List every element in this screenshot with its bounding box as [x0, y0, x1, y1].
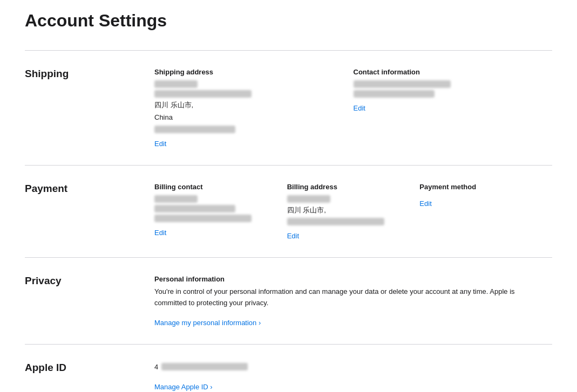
contact-phone-blurred: [354, 90, 435, 98]
shipping-name-blurred: [154, 80, 198, 88]
apple-id-email-row: 4: [154, 362, 552, 374]
shipping-section: Shipping Shipping address 四川 乐山市, China …: [25, 50, 552, 165]
contact-info-edit[interactable]: Edit: [354, 104, 365, 112]
shipping-country: China: [154, 112, 343, 123]
apple-id-content: 4 Manage Apple ID ›: [154, 362, 552, 391]
personal-info-header: Personal information: [154, 275, 552, 283]
billing-address-line-blurred: [287, 218, 384, 225]
shipping-postal-blurred: [154, 126, 235, 133]
manage-personal-info-link[interactable]: Manage my personal information ›: [154, 319, 261, 327]
payment-content: Billing contact Edit Billing address 四川 …: [154, 183, 552, 240]
payment-label: Payment: [25, 183, 154, 240]
shipping-city: 四川 乐山市,: [154, 100, 343, 111]
billing-contact-edit[interactable]: Edit: [154, 229, 166, 237]
privacy-content: Personal information You're in control o…: [154, 275, 552, 327]
billing-contact-header: Billing contact: [154, 183, 276, 191]
billing-contact-phone-blurred: [154, 205, 235, 212]
shipping-address-line2-blurred: [154, 90, 252, 98]
payment-method-header: Payment method: [419, 183, 541, 191]
contact-info-column: Contact information Edit: [354, 68, 553, 148]
payment-section: Payment Billing contact Edit Billing add…: [25, 165, 552, 258]
billing-address-name-blurred: [287, 195, 330, 203]
privacy-label: Privacy: [25, 275, 154, 327]
payment-method-edit[interactable]: Edit: [419, 200, 431, 208]
billing-contact-column: Billing contact Edit: [154, 183, 287, 240]
shipping-address-column: Shipping address 四川 乐山市, China Edit: [154, 68, 354, 148]
manage-apple-id-link[interactable]: Manage Apple ID ›: [154, 383, 213, 391]
billing-contact-email-blurred: [154, 215, 252, 222]
apple-id-email-blurred: [161, 363, 248, 370]
billing-address-column: Billing address 四川 乐山市, Edit: [287, 183, 420, 240]
page-title: Account Settings: [25, 11, 552, 31]
payment-method-column: Payment method Edit: [419, 183, 552, 240]
shipping-address-header: Shipping address: [154, 68, 343, 76]
apple-id-prefix: 4: [154, 362, 158, 373]
billing-address-edit[interactable]: Edit: [287, 232, 299, 240]
shipping-address-edit[interactable]: Edit: [154, 140, 166, 148]
billing-city: 四川 乐山市,: [287, 205, 409, 216]
apple-id-section: Apple ID 4 Manage Apple ID ›: [25, 344, 552, 392]
shipping-content: Shipping address 四川 乐山市, China Edit Cont…: [154, 68, 552, 148]
billing-contact-name-blurred: [154, 195, 198, 203]
privacy-section: Privacy Personal information You're in c…: [25, 257, 552, 344]
privacy-description: You're in control of your personal infor…: [154, 286, 543, 309]
shipping-label: Shipping: [25, 68, 154, 148]
billing-address-header: Billing address: [287, 183, 409, 191]
contact-info-header: Contact information: [354, 68, 542, 76]
contact-email-blurred: [354, 80, 451, 88]
apple-id-label: Apple ID: [25, 362, 154, 391]
